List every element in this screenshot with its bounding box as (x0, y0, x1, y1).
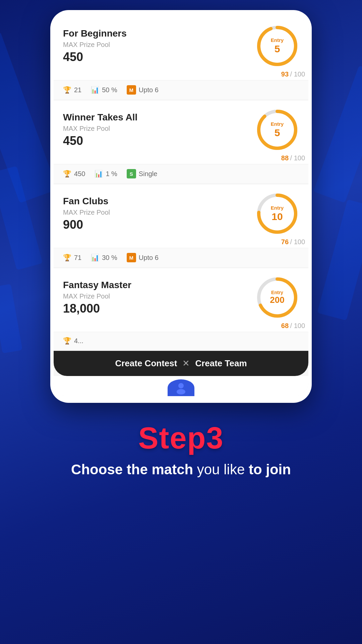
total-count-3: / 100 (290, 322, 305, 329)
chart-icon-0: 📊 (91, 86, 99, 94)
contest-info-fantasy: Fantasy Master MAX Prize Pool 18,000 (63, 280, 131, 316)
phone-screen: For Beginners MAX Prize Pool 450 Entry 5 (54, 17, 308, 396)
total-count-1: / 100 (290, 154, 305, 162)
contest-stats-beginners: 🏆 21 📊 50 % M Upto 6 (54, 80, 308, 99)
step-title: Step3 (13, 423, 349, 453)
stat-team-1: S Single (127, 169, 158, 178)
create-contest-button[interactable]: Create Contest (115, 358, 177, 369)
contest-pool-label-beginners: MAX Prize Pool (63, 41, 127, 49)
stat-winners-value-3: 4... (74, 337, 83, 345)
entry-circle-fantasy: Entry 200 (255, 276, 299, 319)
stat-percent-value-2: 30 % (102, 254, 117, 262)
stat-winners-1: 🏆 450 (63, 170, 85, 178)
trophy-icon-1: 🏆 (63, 170, 71, 178)
contest-pool-value-winner: 450 (63, 134, 137, 148)
trophy-icon-0: 🏆 (63, 86, 71, 94)
contest-stats-fantasy: 🏆 4... (54, 332, 308, 350)
badge-m-2: M (127, 253, 136, 262)
entry-count-beginners: 93 / 100 (54, 70, 308, 80)
filled-count-3: 68 (281, 322, 289, 329)
contest-stats-fanclubs: 🏆 71 📊 30 % M Upto 6 (54, 248, 308, 267)
trophy-icon-3: 🏆 (63, 337, 71, 345)
stat-team-2: M Upto 6 (127, 253, 159, 262)
filled-count-0: 93 (281, 70, 289, 78)
svg-point-10 (177, 389, 185, 394)
entry-circle-beginners: Entry 5 (255, 24, 299, 68)
svg-point-1 (259, 28, 296, 64)
chart-icon-1: 📊 (95, 170, 103, 178)
stat-winners-value-2: 71 (74, 254, 81, 262)
trophy-icon-2: 🏆 (63, 254, 71, 262)
stat-percent-0: 📊 50 % (91, 86, 117, 94)
contest-title-beginners: For Beginners (63, 28, 127, 39)
contests-list: For Beginners MAX Prize Pool 450 Entry 5 (54, 17, 308, 396)
contest-card-winner[interactable]: Winner Takes All MAX Prize Pool 450 Entr… (54, 101, 308, 183)
stat-percent-value-1: 1 % (106, 170, 117, 178)
step-subtitle: Choose the match you like to join (13, 460, 349, 480)
partial-avatar (168, 379, 194, 396)
contest-card-beginners[interactable]: For Beginners MAX Prize Pool 450 Entry 5 (54, 17, 308, 99)
stat-winners-value-1: 450 (74, 170, 85, 178)
stat-team-0: M Upto 6 (127, 85, 159, 95)
stat-team-value-1: Single (139, 170, 158, 178)
stat-percent-value-0: 50 % (102, 86, 117, 94)
contest-info-winner: Winner Takes All MAX Prize Pool 450 (63, 112, 137, 148)
step-subtitle-normal: you like (193, 462, 249, 477)
contest-pool-label-fanclubs: MAX Prize Pool (63, 209, 110, 216)
chart-icon-2: 📊 (91, 254, 99, 262)
phone-mockup: For Beginners MAX Prize Pool 450 Entry 5 (50, 10, 312, 403)
contest-card-fantasy[interactable]: Fantasy Master MAX Prize Pool 18,000 Ent… (54, 268, 308, 350)
partial-avatar-container (54, 376, 308, 396)
contest-title-fantasy: Fantasy Master (63, 280, 131, 290)
stat-team-value-2: Upto 6 (139, 254, 159, 262)
entry-circle-fanclubs: Entry 10 (255, 192, 299, 235)
svg-point-3 (259, 111, 296, 148)
action-divider: ✕ (182, 358, 190, 369)
filled-count-2: 76 (281, 238, 289, 246)
contest-title-winner: Winner Takes All (63, 112, 137, 123)
stat-winners-value-0: 21 (74, 86, 81, 94)
create-team-button[interactable]: Create Team (195, 358, 247, 369)
contest-pool-value-fantasy: 18,000 (63, 302, 131, 316)
step-subtitle-bold1: Choose the match (71, 462, 193, 477)
step-subtitle-bold2: to join (249, 462, 291, 477)
contest-info-fanclubs: Fan Clubs MAX Prize Pool 900 (63, 196, 110, 232)
contest-stats-winner: 🏆 450 📊 1 % S Single (54, 164, 308, 183)
entry-count-winner: 88 / 100 (54, 154, 308, 164)
entry-circle-winner: Entry 5 (255, 108, 299, 152)
total-count-2: / 100 (290, 238, 305, 246)
action-bar: Create Contest ✕ Create Team (54, 351, 308, 376)
contest-title-fanclubs: Fan Clubs (63, 196, 110, 207)
stat-percent-2: 📊 30 % (91, 254, 117, 262)
stat-winners-3: 🏆 4... (63, 337, 83, 345)
entry-count-fantasy: 68 / 100 (54, 322, 308, 332)
contest-pool-value-beginners: 450 (63, 50, 127, 64)
step-section: Step3 Choose the match you like to join (0, 403, 362, 493)
badge-s-1: S (127, 169, 136, 178)
contest-info-beginners: For Beginners MAX Prize Pool 450 (63, 28, 127, 64)
contest-pool-value-fanclubs: 900 (63, 218, 110, 232)
contest-pool-label-winner: MAX Prize Pool (63, 125, 137, 132)
stat-team-value-0: Upto 6 (139, 86, 159, 94)
stat-winners-0: 🏆 21 (63, 86, 81, 94)
contest-card-fanclubs[interactable]: Fan Clubs MAX Prize Pool 900 Entry 10 (54, 184, 308, 267)
contest-pool-label-fantasy: MAX Prize Pool (63, 292, 131, 300)
stat-winners-2: 🏆 71 (63, 254, 81, 262)
svg-point-9 (178, 383, 184, 388)
total-count-0: / 100 (290, 70, 305, 78)
badge-m-0: M (127, 85, 136, 95)
entry-count-fanclubs: 76 / 100 (54, 238, 308, 248)
filled-count-1: 88 (281, 154, 289, 162)
stat-percent-1: 📊 1 % (95, 170, 117, 178)
